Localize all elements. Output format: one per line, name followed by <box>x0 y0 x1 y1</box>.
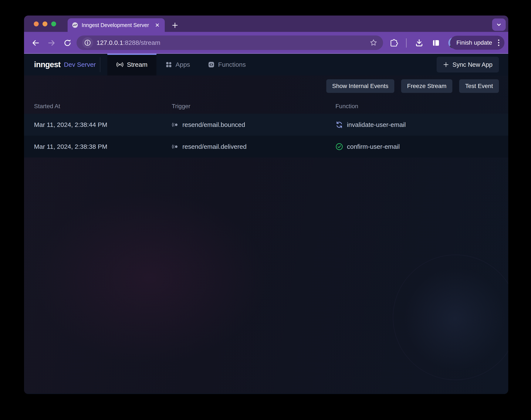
apps-icon <box>165 61 172 68</box>
freeze-stream-button[interactable]: Freeze Stream <box>401 79 452 93</box>
tab-apps-label: Apps <box>176 61 190 68</box>
browser-menu-kebab-icon[interactable] <box>497 38 501 47</box>
tab-title: Inngest Development Server <box>82 22 151 28</box>
table-header: Started At Trigger Function <box>24 100 508 114</box>
inngest-app: inngest Dev Server Stream <box>24 54 508 393</box>
sync-new-app-button[interactable]: Sync New App <box>437 57 499 73</box>
function-cell: invalidate-user-email <box>335 114 406 135</box>
show-internal-events-button[interactable]: Show Internal Events <box>326 79 394 93</box>
tab-close-icon[interactable] <box>154 22 161 28</box>
table-row[interactable]: Mar 11, 2024, 2:38:44 PM resend/email.bo… <box>24 114 508 135</box>
browser-window: Inngest Development Server <box>24 15 508 394</box>
running-status-icon <box>335 121 343 129</box>
table-row[interactable]: Mar 11, 2024, 2:38:38 PM resend/email.de… <box>24 135 508 157</box>
started-at-cell: Mar 11, 2024, 2:38:38 PM <box>34 135 107 157</box>
tab-apps[interactable]: Apps <box>156 54 199 75</box>
test-event-button[interactable]: Test Event <box>459 79 499 93</box>
browser-tab-strip: Inngest Development Server <box>24 15 508 32</box>
app-nav: Stream Apps Functions <box>107 54 255 75</box>
background-ring-decoration <box>393 255 508 380</box>
downloads-icon[interactable] <box>415 38 424 47</box>
finish-update-button[interactable]: Finish update <box>450 36 504 50</box>
functions-icon <box>208 61 215 68</box>
stream-icon <box>116 61 123 68</box>
reload-icon[interactable] <box>63 38 73 48</box>
stream-actions: Show Internal Events Freeze Stream Test … <box>326 79 499 93</box>
forward-icon[interactable] <box>46 38 56 48</box>
completed-status-icon <box>335 143 343 150</box>
tab-search-chevron-button[interactable] <box>492 18 506 31</box>
column-function: Function <box>335 103 358 110</box>
started-at-cell: Mar 11, 2024, 2:38:44 PM <box>34 114 107 135</box>
tab-functions[interactable]: Functions <box>199 54 255 75</box>
app-header: inngest Dev Server Stream <box>24 54 508 75</box>
tab-functions-label: Functions <box>218 61 246 68</box>
tab-stream-label: Stream <box>127 61 148 68</box>
new-tab-button[interactable] <box>170 21 180 30</box>
side-panel-icon[interactable] <box>432 39 440 47</box>
column-started-at: Started At <box>34 103 60 110</box>
minimize-window-button[interactable] <box>43 21 47 26</box>
traffic-lights <box>34 21 56 26</box>
inngest-favicon <box>72 22 78 28</box>
brand: inngest Dev Server <box>34 54 96 75</box>
maximize-window-button[interactable] <box>51 21 56 26</box>
event-trigger-icon <box>172 143 179 150</box>
trigger-cell: resend/email.bounced <box>172 114 245 135</box>
url-bar[interactable]: 127.0.0.1:8288/stream <box>76 35 383 50</box>
dev-server-label: Dev Server <box>64 61 96 68</box>
plus-icon <box>443 62 449 68</box>
inngest-logo: inngest <box>34 60 61 69</box>
bookmark-star-icon[interactable] <box>369 39 378 47</box>
url-text: 127.0.0.1:8288/stream <box>96 39 160 46</box>
browser-tab[interactable]: Inngest Development Server <box>68 18 165 32</box>
browser-toolbar: 127.0.0.1:8288/stream <box>24 32 508 54</box>
toolbar-divider <box>406 38 407 48</box>
column-trigger: Trigger <box>172 103 190 110</box>
toolbar-right-icons <box>389 32 459 54</box>
header-divider <box>100 57 100 72</box>
trigger-cell: resend/email.delivered <box>172 135 247 157</box>
event-trigger-icon <box>172 121 179 128</box>
extensions-icon[interactable] <box>389 38 398 47</box>
close-window-button[interactable] <box>34 21 39 26</box>
site-info-icon[interactable] <box>82 37 93 48</box>
back-icon[interactable] <box>31 38 41 48</box>
function-cell: confirm-user-email <box>335 135 400 157</box>
tab-stream[interactable]: Stream <box>107 54 156 75</box>
